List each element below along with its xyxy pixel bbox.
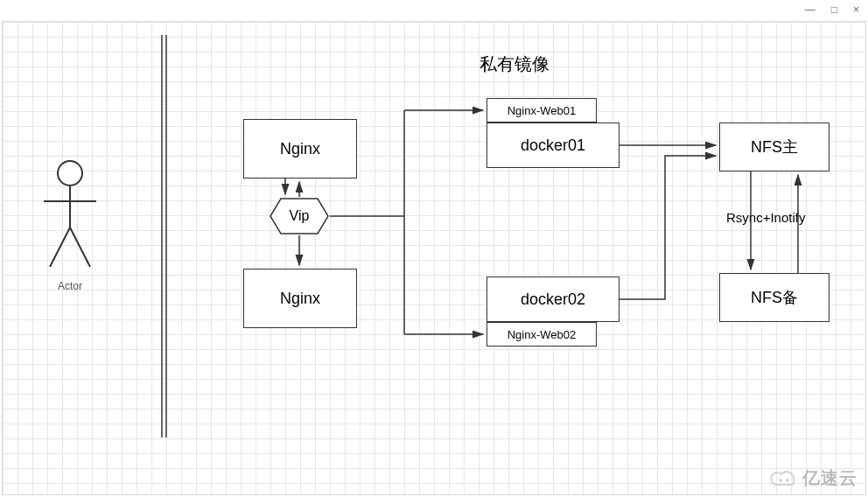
node-nginx-1[interactable]: Nginx bbox=[243, 119, 357, 178]
window-controls: — □ × bbox=[805, 0, 868, 19]
node-label: Nginx bbox=[280, 140, 320, 158]
maximize-button[interactable]: □ bbox=[831, 4, 837, 16]
svg-line-4 bbox=[70, 228, 90, 267]
node-nginx-2[interactable]: Nginx bbox=[243, 269, 357, 328]
canvas[interactable] bbox=[2, 21, 866, 495]
label-rsync: Rsync+Inotify bbox=[726, 210, 805, 225]
svg-point-0 bbox=[58, 161, 82, 186]
actor-figure[interactable] bbox=[39, 158, 101, 271]
node-label: docker02 bbox=[521, 290, 585, 309]
node-vip[interactable]: Vip bbox=[269, 197, 330, 235]
node-docker01[interactable]: docker01 bbox=[486, 122, 620, 168]
watermark-text: 亿速云 bbox=[802, 466, 858, 490]
actor-label: Actor bbox=[58, 280, 82, 292]
node-label: NFS主 bbox=[751, 136, 798, 158]
swimlane-divider bbox=[161, 35, 167, 438]
minimize-button[interactable]: — bbox=[805, 4, 816, 16]
node-web01[interactable]: Nginx-Web01 bbox=[486, 98, 597, 122]
node-label: docker01 bbox=[521, 136, 585, 155]
node-label: Vip bbox=[269, 197, 330, 235]
svg-point-16 bbox=[779, 479, 782, 482]
close-button[interactable]: × bbox=[853, 4, 859, 16]
svg-line-3 bbox=[50, 228, 70, 267]
node-docker02[interactable]: docker02 bbox=[486, 276, 620, 322]
node-label: Nginx-Web01 bbox=[508, 104, 577, 117]
node-nfs-backup[interactable]: NFS备 bbox=[719, 273, 830, 322]
node-label: Nginx-Web02 bbox=[508, 328, 577, 341]
node-nfs-master[interactable]: NFS主 bbox=[719, 122, 830, 172]
diagram-title: 私有镜像 bbox=[480, 52, 550, 76]
node-label: NFS备 bbox=[751, 287, 798, 308]
node-label: Nginx bbox=[280, 290, 320, 308]
node-web02[interactable]: Nginx-Web02 bbox=[486, 322, 597, 346]
svg-point-17 bbox=[786, 479, 789, 482]
watermark: 亿速云 bbox=[769, 466, 858, 490]
